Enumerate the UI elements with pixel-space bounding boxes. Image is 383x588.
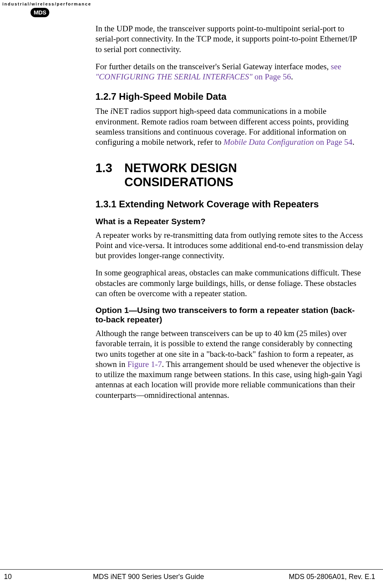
- text-fragment: on Page 56: [252, 72, 291, 81]
- subheading-option-1: Option 1—Using two transceivers to form …: [95, 306, 364, 324]
- subheading-repeater-system: What is a Repeater System?: [95, 217, 364, 226]
- mds-logo: MDS: [31, 8, 49, 17]
- page-content: In the UDP mode, the transceiver support…: [95, 23, 364, 407]
- header-tagline: industrial/wireless/performance: [2, 2, 92, 6]
- text-fragment: .: [352, 137, 354, 147]
- paragraph-inet-radios: The iNET radios support high-speed data …: [95, 106, 364, 147]
- heading-1-3: 1.3NETWORK DESIGN CONSIDERATIONS: [95, 161, 364, 189]
- paragraph-udp-mode: In the UDP mode, the transceiver support…: [95, 23, 364, 54]
- page-footer: 10 MDS iNET 900 Series User's Guide MDS …: [0, 569, 383, 581]
- heading-1-2-7: 1.2.7 High-Speed Mobile Data: [95, 91, 364, 102]
- heading-number: 1.3: [95, 161, 124, 175]
- footer-page-number: 10: [0, 573, 23, 581]
- paragraph-range: Although the range between transceivers …: [95, 328, 364, 400]
- text-fragment: on Page 54: [314, 137, 352, 147]
- text-fragment: .: [291, 72, 293, 81]
- text-fragment: The: [95, 106, 110, 116]
- footer-title: MDS iNET 900 Series User's Guide: [23, 573, 273, 581]
- paragraph-repeater-works: A repeater works by re-transmitting data…: [95, 230, 364, 261]
- footer-doc-id: MDS 05-2806A01, Rev. E.1: [273, 573, 383, 581]
- text-fragment: see: [331, 62, 341, 71]
- text-fragment: "CONFIGURING THE SERIAL INTERFACES": [95, 72, 252, 81]
- paragraph-geographical: In some geographical areas, obstacles ca…: [95, 268, 364, 298]
- link-mobile-data[interactable]: Mobile Data Configuration on Page 54: [223, 137, 352, 147]
- paragraph-serial-gateway: For further details on the transceiver's…: [95, 61, 364, 82]
- text-fragment: Mobile Data Configuration: [223, 137, 314, 147]
- text-fragment: For further details on the transceiver's…: [95, 62, 331, 71]
- heading-title: NETWORK DESIGN CONSIDERATIONS: [124, 161, 343, 189]
- heading-1-3-1: 1.3.1 Extending Network Coverage with Re…: [95, 199, 364, 210]
- link-figure-1-7[interactable]: Figure 1-7: [128, 360, 162, 369]
